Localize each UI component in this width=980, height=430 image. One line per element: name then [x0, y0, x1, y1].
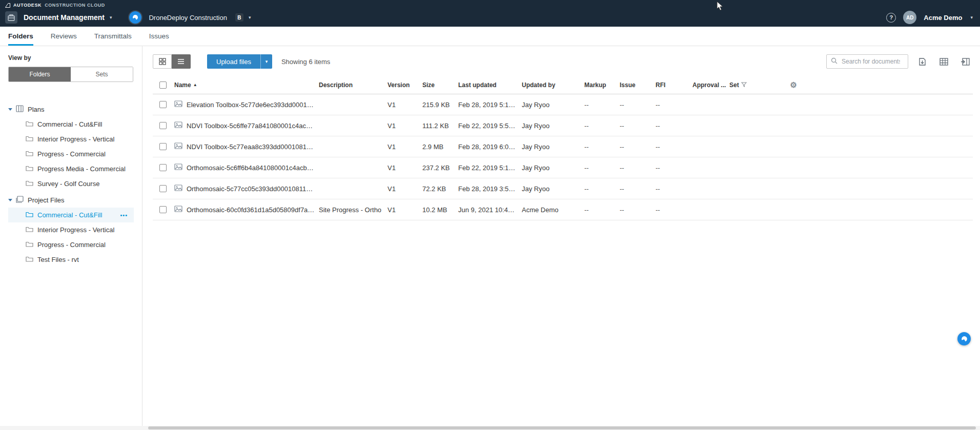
- image-file-icon: [174, 206, 182, 214]
- toggle-sets[interactable]: Sets: [71, 67, 133, 81]
- table-row[interactable]: Elevation Toolbox-5c77de6ec393dd00010811…: [153, 94, 973, 115]
- header-main-row: Document Management ▾ DroneDeploy Constr…: [0, 10, 980, 27]
- tab-transmittals[interactable]: Transmittals: [94, 27, 132, 46]
- file-name[interactable]: Orthomosaic-5c77cc05c393dd00010811ae.jpg: [187, 185, 315, 193]
- issue-cell: --: [620, 143, 656, 151]
- folder-item[interactable]: Interior Progress - Vertical: [8, 222, 134, 237]
- folder-label: Commercial - Cut&Fill: [37, 120, 102, 128]
- bim360-badge: B: [235, 13, 243, 22]
- issue-cell: --: [620, 206, 656, 214]
- folder-tree: Plans Commercial - Cut&Fill Interior Pro…: [8, 101, 134, 267]
- select-all-checkbox[interactable]: [159, 81, 167, 89]
- search-input[interactable]: [841, 57, 901, 66]
- table-row[interactable]: NDVI Toolbox-5c6ffe77a841080001c4acdf.jp…: [153, 115, 973, 136]
- upload-dropdown-icon[interactable]: ▾: [260, 54, 272, 69]
- version-cell[interactable]: V1: [387, 143, 422, 151]
- avatar[interactable]: AD: [903, 11, 916, 24]
- column-label: Approval ...: [692, 81, 726, 89]
- grid-view-button[interactable]: [153, 54, 172, 69]
- table-row[interactable]: Orthomosaic-5c6ff6b4a841080001c4acb2.jpg…: [153, 157, 973, 178]
- column-header-rfi: RFI: [656, 81, 692, 89]
- row-checkbox[interactable]: [159, 164, 167, 171]
- table-row[interactable]: NDVI Toolbox-5c77eaa8c393dd0001081219.jp…: [153, 136, 973, 157]
- module-title[interactable]: Document Management: [24, 13, 105, 22]
- file-name[interactable]: Orthomosaic-60c0fd361d1a5d05809df7a8.jpg: [187, 206, 315, 214]
- export-icon[interactable]: [914, 54, 930, 69]
- horizontal-scrollbar-thumb[interactable]: [148, 426, 976, 429]
- folder-label: Interior Progress - Vertical: [37, 226, 114, 234]
- version-cell[interactable]: V1: [387, 185, 422, 193]
- rfi-cell: --: [656, 101, 692, 109]
- chat-launcher-button[interactable]: [957, 332, 971, 345]
- toggle-panel-icon[interactable]: [957, 54, 973, 69]
- rfi-cell: --: [656, 143, 692, 151]
- project-caret-icon[interactable]: ▾: [249, 15, 251, 20]
- column-header-description: Description: [319, 81, 387, 89]
- chevron-down-icon[interactable]: [8, 108, 12, 111]
- size-cell: 215.9 KB: [422, 101, 458, 109]
- folder-icon: [26, 180, 33, 188]
- tab-bar: Folders Reviews Transmittals Issues: [0, 27, 980, 46]
- version-cell[interactable]: V1: [387, 101, 422, 109]
- version-cell[interactable]: V1: [387, 164, 422, 172]
- tab-folders[interactable]: Folders: [8, 27, 33, 46]
- column-label: Size: [422, 81, 435, 89]
- last-updated-cell: Feb 22, 2019 5:19 AM: [458, 164, 522, 172]
- toolbar: Upload files ▾ Showing 6 items: [153, 54, 973, 69]
- folder-item[interactable]: Survey - Golf Course: [8, 176, 134, 191]
- folder-item[interactable]: Progress - Commercial: [8, 147, 134, 161]
- filter-funnel-icon[interactable]: [741, 81, 747, 89]
- file-name[interactable]: Elevation Toolbox-5c77de6ec393dd00010811…: [187, 101, 315, 109]
- updated-by-cell: Jay Ryoo: [522, 164, 584, 172]
- account-caret-icon[interactable]: ▾: [970, 15, 973, 20]
- table-columns-icon[interactable]: [936, 54, 951, 69]
- issue-cell: --: [620, 122, 656, 130]
- row-checkbox[interactable]: [159, 185, 167, 192]
- folder-item[interactable]: Progress Media - Commercial: [8, 161, 134, 176]
- folder-item[interactable]: Test Files - rvt: [8, 252, 134, 267]
- table-settings-gear-icon[interactable]: ⚙: [779, 80, 799, 90]
- table-row[interactable]: Orthomosaic-5c77cc05c393dd00010811ae.jpg…: [153, 178, 973, 199]
- search-box: [826, 54, 908, 69]
- version-cell[interactable]: V1: [387, 206, 422, 214]
- sidebar: View by Folders Sets Plans Commercial - …: [0, 46, 142, 427]
- chevron-down-icon[interactable]: [8, 199, 12, 201]
- row-checkbox[interactable]: [159, 143, 167, 150]
- image-file-icon: [174, 100, 182, 109]
- folder-item[interactable]: Interior Progress - Vertical: [8, 132, 134, 147]
- rfi-cell: --: [656, 164, 692, 172]
- column-header-name[interactable]: Name ▲: [174, 81, 319, 89]
- folder-item[interactable]: Progress - Commercial: [8, 237, 134, 252]
- size-cell: 10.2 MB: [422, 206, 458, 214]
- tab-issues[interactable]: Issues: [149, 27, 169, 46]
- updated-by-cell: Jay Ryoo: [522, 122, 584, 130]
- row-checkbox[interactable]: [159, 206, 167, 213]
- folder-item-selected[interactable]: Commercial - Cut&Fill •••: [8, 208, 134, 222]
- tab-reviews[interactable]: Reviews: [51, 27, 77, 46]
- file-name[interactable]: NDVI Toolbox-5c77eaa8c393dd0001081219.jp…: [187, 143, 315, 151]
- toolbar-right-group: [826, 54, 973, 69]
- row-checkbox[interactable]: [159, 122, 167, 129]
- last-updated-cell: Feb 28, 2019 3:55 AM: [458, 185, 522, 193]
- top-bar: AUTODESK CONSTRUCTION CLOUD Document Man…: [0, 0, 980, 27]
- upload-files-button[interactable]: Upload files: [207, 54, 260, 69]
- toggle-folders[interactable]: Folders: [9, 67, 71, 81]
- version-cell[interactable]: V1: [387, 122, 422, 130]
- project-name[interactable]: DroneDeploy Construction: [149, 14, 227, 22]
- row-checkbox[interactable]: [159, 101, 167, 108]
- table-row[interactable]: Orthomosaic-60c0fd361d1a5d05809df7a8.jpg…: [153, 199, 973, 220]
- dronedeploy-logo-icon: [129, 11, 141, 24]
- help-icon[interactable]: ?: [886, 13, 896, 23]
- column-label: Issue: [620, 81, 636, 89]
- more-options-icon[interactable]: •••: [120, 212, 128, 218]
- tree-section-plans[interactable]: Plans: [8, 101, 134, 117]
- folder-item[interactable]: Commercial - Cut&Fill: [8, 117, 134, 132]
- account-name[interactable]: Acme Demo: [924, 14, 962, 22]
- column-header-issue: Issue: [620, 81, 656, 89]
- module-caret-icon[interactable]: ▾: [110, 15, 112, 20]
- list-view-button[interactable]: [172, 54, 191, 69]
- file-name[interactable]: Orthomosaic-5c6ff6b4a841080001c4acb2.jpg: [187, 164, 315, 172]
- markup-cell: --: [584, 164, 620, 172]
- file-name[interactable]: NDVI Toolbox-5c6ffe77a841080001c4acdf.jp…: [187, 122, 315, 130]
- tree-section-project-files[interactable]: Project Files: [8, 192, 134, 208]
